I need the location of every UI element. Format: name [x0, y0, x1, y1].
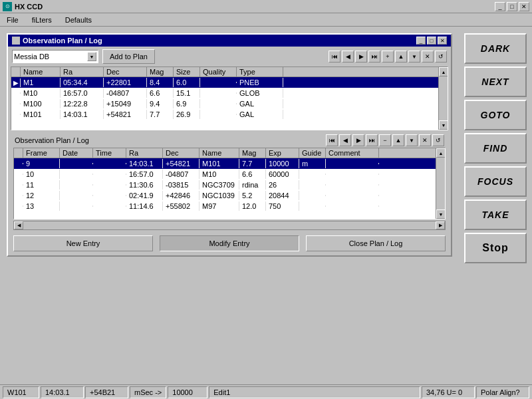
menu-defaults[interactable]: Defaults	[61, 15, 96, 25]
plan-row-comment	[326, 205, 379, 207]
catalog-row[interactable]: M101 14:03.1 +54821 7.7 26.9 GAL	[11, 109, 438, 120]
row-size: 15.1	[174, 88, 200, 98]
row-ra: 16:57.0	[61, 88, 104, 98]
catalog-dropdown[interactable]: Messia DB ▼	[12, 50, 98, 63]
row-dec: -04807	[104, 88, 147, 98]
nav-down[interactable]: ▼	[408, 51, 420, 63]
plan-col-mag: Mag	[239, 148, 266, 158]
plan-nav-prev[interactable]: ◀	[339, 134, 351, 146]
close-button[interactable]: ✕	[519, 2, 529, 11]
nav-refresh[interactable]: ↺	[435, 51, 447, 63]
col-type: Type	[237, 67, 283, 76]
add-to-plan-button[interactable]: Add to Plan	[102, 49, 155, 64]
plan-row-dec: +42846	[163, 191, 200, 200]
row-dec: +54821	[104, 110, 147, 119]
plan-row-dec: -04807	[163, 170, 200, 179]
plan-row[interactable]: 12 02:41.9 +42846 NGC1039 5.2 20844	[14, 190, 436, 201]
catalog-row[interactable]: M10 16:57.0 -04807 6.6 15.1 GLOB	[11, 88, 438, 98]
plan-row-exp: 10000	[266, 159, 299, 168]
col-quality: Quality	[200, 67, 237, 76]
plan-scrollbar[interactable]: ▲ ▼	[436, 148, 445, 219]
row-dec: +15049	[104, 99, 147, 108]
catalog-row[interactable]: M100 12:22.8 +15049 9.4 6.9 GAL	[11, 98, 438, 109]
row-mag: 7.7	[147, 110, 174, 119]
plan-row-date	[60, 184, 93, 186]
dark-button[interactable]: DARK	[464, 33, 527, 64]
dialog-close[interactable]: ✕	[438, 37, 447, 45]
plan-table: Frame Date Time Ra Dec Name Mag Exp Guid…	[13, 148, 446, 219]
close-plan-button[interactable]: Close Plan / Log	[306, 235, 446, 251]
title-bar-buttons: _ □ ✕	[495, 2, 529, 11]
menu-file[interactable]: File	[3, 15, 23, 25]
status-msec: mSec ->	[130, 386, 166, 398]
find-button[interactable]: FIND	[464, 133, 527, 164]
row-quality	[200, 82, 237, 83]
col-mag: Mag	[147, 67, 174, 76]
dialog-minimize[interactable]: _	[416, 37, 426, 45]
plan-row-time	[93, 184, 126, 186]
nav-last[interactable]: ⏭	[368, 51, 380, 63]
modify-entry-button[interactable]: Modify Entry	[160, 235, 299, 251]
row-name: M1	[21, 78, 61, 87]
plan-scroll-right[interactable]: ▶	[436, 221, 445, 229]
status-edit[interactable]: Edit1	[209, 386, 420, 398]
row-ra: 12:22.8	[61, 99, 104, 108]
catalog-nav-buttons: ⏮ ◀ ▶ ⏭ + ▲ ▼ ✕ ↺	[329, 51, 447, 63]
plan-row[interactable]: 11 11:30.6 -03815 NGC3709 rdina 26	[14, 180, 436, 190]
row-type: GAL	[237, 99, 283, 108]
row-selector	[11, 92, 21, 94]
plan-nav-first[interactable]: ⏮	[326, 134, 338, 146]
plan-nav-remove[interactable]: −	[379, 134, 391, 146]
plan-row[interactable]: 13 11:14.6 +55802 M97 12.0 750	[14, 201, 436, 211]
row-quality	[200, 103, 237, 104]
nav-add[interactable]: +	[382, 51, 394, 63]
col-indicator	[11, 67, 21, 76]
status-field2: 14:03.1	[41, 386, 84, 398]
row-quality	[200, 114, 237, 115]
goto-button[interactable]: GOTO	[464, 100, 527, 130]
plan-nav-refresh[interactable]: ↺	[432, 134, 444, 146]
take-button[interactable]: TAKE	[464, 200, 527, 230]
minimize-button[interactable]: _	[495, 2, 505, 11]
plan-row-name: M10	[200, 170, 239, 179]
nav-delete[interactable]: ✕	[422, 51, 434, 63]
catalog-scrollbar[interactable]: ▲ ▼	[438, 67, 448, 130]
plan-nav-up[interactable]: ▲	[392, 134, 404, 146]
plan-nav-next[interactable]: ▶	[352, 134, 364, 146]
plan-row[interactable]: 10 16:57.0 -04807 M10 6.6 60000	[14, 169, 436, 180]
catalog-row[interactable]: ▶ M1 05:34.4 +22801 8.4 6.0 PNEB	[11, 77, 438, 88]
focus-button[interactable]: FOCUS	[464, 166, 527, 197]
nav-next[interactable]: ▶	[355, 51, 367, 63]
new-entry-button[interactable]: New Entry	[13, 235, 153, 251]
plan-row-dec: +54821	[163, 159, 200, 168]
dialog-maximize[interactable]: □	[427, 37, 436, 45]
nav-prev[interactable]: ◀	[342, 51, 354, 63]
plan-row-check	[14, 184, 23, 186]
nav-up[interactable]: ▲	[395, 51, 407, 63]
row-size: 6.0	[174, 78, 200, 87]
scroll-up[interactable]: ▲	[439, 67, 448, 76]
plan-hscrollbar[interactable]: ◀ ▶	[13, 221, 446, 230]
nav-first[interactable]: ⏮	[329, 51, 340, 63]
row-dec: +22801	[104, 78, 147, 87]
scroll-down[interactable]: ▼	[439, 120, 448, 130]
plan-row[interactable]: 9 14:03.1 +54821 M101 7.7 10000 m	[14, 158, 436, 169]
row-name: M10	[21, 88, 61, 98]
col-ra: Ra	[61, 67, 104, 76]
next-button[interactable]: NEXT	[464, 66, 527, 97]
plan-col-ra: Ra	[126, 148, 163, 158]
stop-button[interactable]: Stop	[464, 233, 527, 263]
row-size: 26.9	[174, 110, 200, 119]
plan-nav-delete[interactable]: ✕	[419, 134, 431, 146]
plan-scroll-down[interactable]: ▼	[436, 209, 446, 219]
plan-col-name: Name	[200, 148, 239, 158]
plan-scroll-left[interactable]: ◀	[14, 221, 23, 229]
plan-nav-down[interactable]: ▼	[406, 134, 418, 146]
plan-row-comment	[326, 174, 379, 175]
maximize-button[interactable]: □	[507, 2, 517, 11]
plan-nav-last[interactable]: ⏭	[366, 134, 378, 146]
status-coords: 34,76 U= 0	[422, 386, 475, 398]
plan-section: Observation Plan / Log ⏮ ◀ ▶ ⏭ − ▲ ▼ ✕ ↺	[11, 133, 448, 230]
menu-filters[interactable]: fiLters	[28, 15, 56, 25]
plan-scroll-up[interactable]: ▲	[436, 148, 446, 158]
